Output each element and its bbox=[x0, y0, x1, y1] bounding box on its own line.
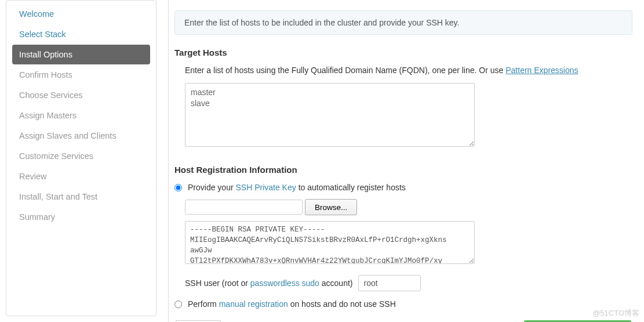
browse-button[interactable]: Browse... bbox=[305, 199, 357, 215]
sidebar-item-welcome[interactable]: Welcome bbox=[12, 4, 150, 24]
manual-registration-radio-row[interactable]: Perform manual registration on hosts and… bbox=[174, 299, 632, 309]
ssh-user-suffix: account) bbox=[319, 278, 353, 288]
provide-key-radio-row[interactable]: Provide your SSH Private Key to automati… bbox=[174, 183, 632, 192]
provide-key-radio[interactable] bbox=[174, 184, 182, 191]
wizard-sidebar: Welcome Select Stack Install Options Con… bbox=[6, 0, 157, 316]
private-key-textarea[interactable] bbox=[185, 221, 475, 264]
target-hosts-note-text: Enter a list of hosts using the Fully Qu… bbox=[185, 66, 505, 75]
pattern-expressions-link[interactable]: Pattern Expressions bbox=[505, 66, 578, 75]
sidebar-item-review: Review bbox=[12, 167, 150, 186]
target-hosts-section: Target Hosts Enter a list of hosts using… bbox=[174, 48, 632, 149]
private-key-wrap bbox=[185, 221, 475, 266]
sidebar-item-install-options[interactable]: Install Options bbox=[12, 45, 150, 64]
host-registration-section: Host Registration Information Provide yo… bbox=[174, 165, 632, 322]
sidebar-item-confirm-hosts: Confirm Hosts bbox=[12, 65, 150, 85]
sidebar-item-select-stack[interactable]: Select Stack bbox=[12, 24, 150, 44]
target-hosts-heading: Target Hosts bbox=[174, 48, 632, 57]
sidebar-item-summary: Summary bbox=[12, 207, 150, 227]
sidebar-item-install-start-test: Install, Start and Test bbox=[12, 187, 150, 207]
ssh-user-row: SSH user (root or passwordless sudo acco… bbox=[185, 275, 632, 291]
ssh-user-prefix: SSH user (root or bbox=[185, 278, 250, 288]
wizard-steps-list: Welcome Select Stack Install Options Con… bbox=[12, 1, 150, 230]
file-chooser-row: Browse... bbox=[185, 199, 632, 215]
sidebar-item-assign-masters: Assign Masters bbox=[12, 106, 150, 125]
main-content: Enter the list of hosts to be included i… bbox=[168, 0, 644, 322]
sidebar-item-choose-services: Choose Services bbox=[12, 85, 150, 105]
ssh-private-key-link[interactable]: SSH Private Key bbox=[235, 183, 296, 192]
provide-key-label: Provide your SSH Private Key to automati… bbox=[188, 183, 406, 192]
perform-prefix: Perform bbox=[188, 299, 219, 309]
host-registration-heading: Host Registration Information bbox=[174, 165, 632, 175]
sidebar-item-assign-slaves: Assign Slaves and Clients bbox=[12, 126, 150, 146]
info-banner: Enter the list of hosts to be included i… bbox=[174, 10, 632, 35]
sidebar-item-customize-services: Customize Services bbox=[12, 146, 150, 166]
provide-key-suffix: to automatically register hosts bbox=[296, 183, 406, 192]
file-path-input[interactable] bbox=[185, 200, 303, 215]
ssh-user-label: SSH user (root or passwordless sudo acco… bbox=[185, 278, 352, 288]
perform-suffix: on hosts and do not use SSH bbox=[288, 299, 396, 309]
manual-registration-link[interactable]: manual registration bbox=[219, 299, 288, 309]
ssh-user-input[interactable] bbox=[358, 275, 421, 291]
target-hosts-textarea[interactable] bbox=[185, 83, 475, 147]
watermark: @51CTO博客 bbox=[592, 308, 639, 319]
manual-registration-radio[interactable] bbox=[174, 301, 182, 308]
provide-key-prefix: Provide your bbox=[188, 183, 235, 192]
passwordless-sudo-link[interactable]: passwordless sudo bbox=[250, 278, 319, 288]
manual-registration-label: Perform manual registration on hosts and… bbox=[188, 299, 396, 309]
target-hosts-note: Enter a list of hosts using the Fully Qu… bbox=[185, 66, 632, 75]
